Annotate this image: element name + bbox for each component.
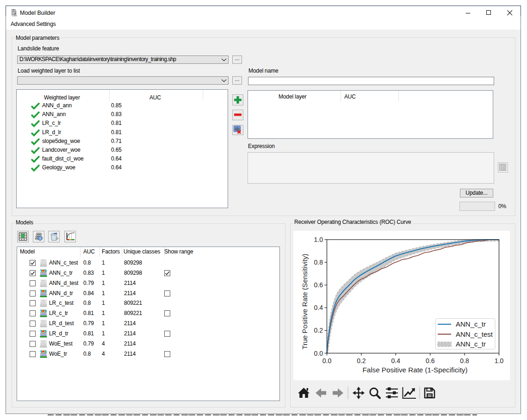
svg-text:True Positive Rate (Sensitivit: True Positive Rate (Sensitivity) [301, 253, 309, 349]
svg-text:0.0: 0.0 [322, 357, 332, 364]
svg-text:0.6: 0.6 [314, 281, 323, 289]
svg-text:0.4: 0.4 [314, 304, 323, 311]
svg-text:0.8: 0.8 [314, 259, 323, 266]
svg-text:ANN_c_test: ANN_c_test [456, 330, 493, 338]
svg-text:0.2: 0.2 [357, 357, 366, 364]
svg-text:0.6: 0.6 [426, 357, 435, 364]
svg-text:0.4: 0.4 [391, 357, 401, 364]
svg-text:0.2: 0.2 [314, 327, 323, 334]
svg-text:1.0: 1.0 [314, 236, 323, 243]
svg-text:False Positive Rate (1-Specifi: False Positive Rate (1-Specificity) [362, 366, 467, 374]
svg-text:0.0: 0.0 [314, 350, 323, 357]
svg-text:ANN_c_tr: ANN_c_tr [456, 340, 486, 348]
svg-text:ANN_c_tr: ANN_c_tr [456, 320, 486, 328]
svg-text:1.0: 1.0 [495, 357, 504, 364]
svg-text:0.8: 0.8 [460, 357, 469, 364]
